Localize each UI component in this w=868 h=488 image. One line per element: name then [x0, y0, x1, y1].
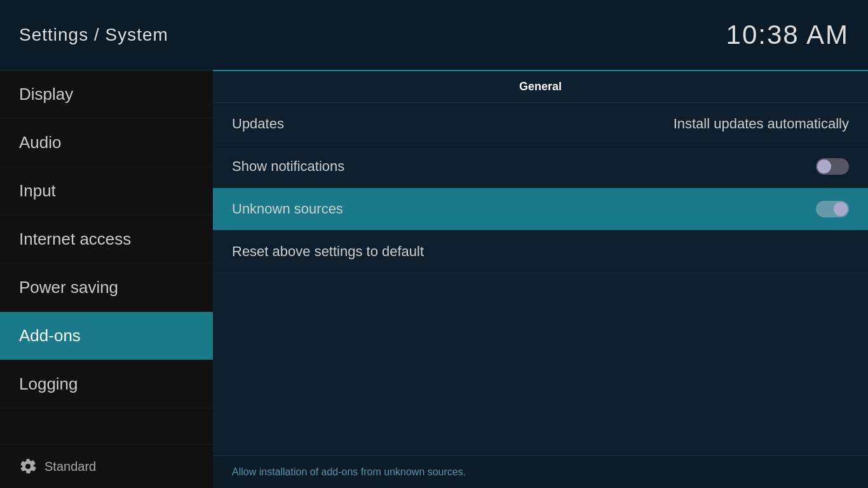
sidebar-item-input[interactable]: Input: [0, 167, 213, 215]
setting-row-updates[interactable]: Updates Install updates automatically: [213, 103, 868, 146]
sidebar-item-display[interactable]: Display: [0, 71, 213, 119]
sidebar-item-add-ons[interactable]: Add-ons: [0, 312, 213, 360]
setting-row-unknown-sources[interactable]: Unknown sources: [213, 188, 868, 231]
gear-icon: [19, 458, 37, 475]
setting-row-show-notifications[interactable]: Show notifications: [213, 146, 868, 188]
setting-value-updates: Install updates automatically: [674, 116, 849, 132]
sidebar-item-internet-access[interactable]: Internet access: [0, 215, 213, 264]
setting-row-reset[interactable]: Reset above settings to default: [213, 231, 868, 273]
setting-label-reset: Reset above settings to default: [232, 243, 424, 260]
sidebar-item-logging[interactable]: Logging: [0, 360, 213, 409]
toggle-show-notifications[interactable]: [816, 158, 849, 175]
sidebar: Display Audio Input Internet access Powe…: [0, 70, 213, 488]
clock: 10:38 AM: [726, 20, 849, 50]
toggle-unknown-sources[interactable]: [816, 201, 849, 217]
sidebar-item-audio[interactable]: Audio: [0, 119, 213, 167]
content-area: General Updates Install updates automati…: [213, 70, 868, 488]
setting-label-show-notifications: Show notifications: [232, 158, 344, 175]
content-footer: Allow installation of add-ons from unkno…: [213, 456, 868, 488]
header: Settings / System 10:38 AM: [0, 0, 868, 70]
setting-label-unknown-sources: Unknown sources: [232, 201, 343, 217]
settings-list: Updates Install updates automatically Sh…: [213, 103, 868, 456]
section-header: General: [213, 71, 868, 103]
toggle-knob-show-notifications: [817, 159, 831, 173]
page-title: Settings / System: [19, 25, 168, 45]
footer-description: Allow installation of add-ons from unkno…: [232, 466, 466, 477]
sidebar-footer[interactable]: Standard: [0, 444, 213, 488]
main-layout: Display Audio Input Internet access Powe…: [0, 70, 868, 488]
toggle-knob-unknown-sources: [834, 202, 848, 216]
sidebar-item-power-saving[interactable]: Power saving: [0, 264, 213, 312]
settings-level-label: Standard: [44, 459, 96, 474]
setting-label-updates: Updates: [232, 116, 284, 132]
sidebar-nav: Display Audio Input Internet access Powe…: [0, 71, 213, 444]
